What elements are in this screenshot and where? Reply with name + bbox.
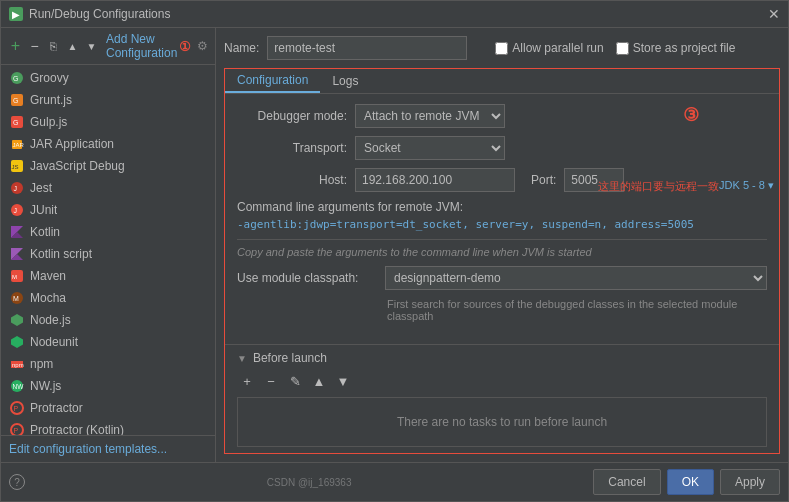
sidebar-item-groovy[interactable]: G Groovy [1,67,215,89]
before-launch-toolbar: + − ✎ ▲ ▼ [237,371,767,391]
sidebar-item-label: JavaScript Debug [30,159,125,173]
svg-text:G: G [13,119,18,126]
divider [237,239,767,240]
help-button[interactable]: ? [9,474,25,490]
sidebar-item-label: Kotlin [30,225,60,239]
cancel-button[interactable]: Cancel [593,469,660,495]
maven-icon: M [9,268,25,284]
sidebar-item-label: npm [30,357,53,371]
allow-parallel-label[interactable]: Allow parallel run [495,41,603,55]
before-launch-add[interactable]: + [237,371,257,391]
svg-text:G: G [13,97,18,104]
gear-icon[interactable]: ⚙ [195,38,209,54]
debugger-mode-select[interactable]: Attach to remote JVM Listen to remote JV… [355,104,505,128]
config-content: ③ 这里的端口要与远程一致 JDK 5 - 8 ▾ Debugger mode:… [225,94,779,344]
add-config-button[interactable]: + [7,36,24,56]
apply-button[interactable]: Apply [720,469,780,495]
cmd-value: -agentlib:jdwp=transport=dt_socket, serv… [237,218,767,231]
sidebar-item-jest[interactable]: J Jest [1,177,215,199]
module-label: Use module classpath: [237,271,377,285]
nodejs-icon [9,312,25,328]
before-launch-area: There are no tasks to run before launch [237,397,767,447]
before-launch-edit[interactable]: ✎ [285,371,305,391]
main-panel: Name: Allow parallel run Store as projec… [216,28,788,462]
junit-icon: J [9,202,25,218]
host-input[interactable] [355,168,515,192]
sidebar-item-label: JUnit [30,203,57,217]
sidebar-item-kotlin[interactable]: Kotlin [1,221,215,243]
allow-parallel-checkbox[interactable] [495,42,508,55]
annotation-3: ③ [683,104,699,126]
move-down-button[interactable]: ▼ [83,36,100,56]
cmd-label: Command line arguments for remote JVM: [237,200,767,214]
chinese-note: 这里的端口要与远程一致 [598,179,719,194]
config-tabs: Configuration Logs [225,69,779,94]
sidebar-item-jar[interactable]: JAR JAR Application [1,133,215,155]
before-launch-down[interactable]: ▼ [333,371,353,391]
sidebar-item-label: Protractor [30,401,83,415]
sidebar-item-protractorkotlin[interactable]: P Protractor (Kotlin) [1,419,215,435]
window-icon: ▶ [9,7,23,21]
before-launch-up[interactable]: ▲ [309,371,329,391]
sidebar-item-label: Nodeunit [30,335,78,349]
store-project-label[interactable]: Store as project file [616,41,736,55]
module-select[interactable]: designpattern-demo [385,266,767,290]
transport-select[interactable]: Socket Shared memory [355,136,505,160]
sidebar-item-nwjs[interactable]: NW NW.js [1,375,215,397]
sidebar-item-label: Gulp.js [30,115,67,129]
svg-text:NW: NW [13,383,25,390]
kotlin-icon [9,224,25,240]
sidebar: + − ⎘ ▲ ▼ Add New Configuration ① ⚙ [1,28,216,462]
jdk-badge[interactable]: JDK 5 - 8 ▾ [719,179,774,192]
svg-text:JAR: JAR [13,142,25,148]
sidebar-item-label: Kotlin script [30,247,92,261]
tab-logs[interactable]: Logs [320,69,370,93]
module-row: Use module classpath: designpattern-demo [237,266,767,290]
kotlinscript-icon [9,246,25,262]
sidebar-item-junit[interactable]: J JUnit [1,199,215,221]
sidebar-item-protractor[interactable]: P Protractor [1,397,215,419]
sidebar-item-label: Maven [30,269,66,283]
sidebar-item-jsdebug[interactable]: JS JavaScript Debug [1,155,215,177]
config-panel: Configuration Logs ③ 这里的端口要与远程一致 JDK 5 -… [224,68,780,454]
sidebar-item-mocha[interactable]: M Mocha [1,287,215,309]
transport-label: Transport: [237,141,347,155]
sidebar-item-kotlinscript[interactable]: Kotlin script [1,243,215,265]
store-project-checkbox[interactable] [616,42,629,55]
sidebar-item-label: Protractor (Kotlin) [30,423,124,435]
before-launch-remove[interactable]: − [261,371,281,391]
sidebar-item-label: Jest [30,181,52,195]
close-button[interactable]: ✕ [768,6,780,22]
sidebar-item-maven[interactable]: M Maven [1,265,215,287]
protractor-icon: P [9,400,25,416]
ok-button[interactable]: OK [667,469,714,495]
sidebar-item-label: NW.js [30,379,61,393]
copy-config-button[interactable]: ⎘ [45,36,62,56]
mocha-icon: M [9,290,25,306]
bottom-left: ? [9,474,25,490]
before-launch-header: ▼ Before launch [237,351,767,365]
watermark: CSDN @ij_169363 [267,477,352,488]
jsdebug-icon: JS [9,158,25,174]
no-tasks-message: There are no tasks to run before launch [397,415,607,429]
sidebar-item-label: Mocha [30,291,66,305]
svg-text:JS: JS [12,164,19,170]
sidebar-item-gruntjs[interactable]: G Grunt.js [1,89,215,111]
sidebar-item-gulpjs[interactable]: G Gulp.js [1,111,215,133]
debugger-mode-label: Debugger mode: [237,109,347,123]
remove-config-button[interactable]: − [26,36,43,56]
name-input[interactable] [267,36,467,60]
gulp-icon: G [9,114,25,130]
sidebar-item-nodeunit[interactable]: Nodeunit [1,331,215,353]
edit-templates-link[interactable]: Edit configuration templates... [9,442,167,456]
sidebar-item-label: Groovy [30,71,69,85]
sidebar-item-nodejs[interactable]: Node.js [1,309,215,331]
sidebar-item-npm[interactable]: npm npm [1,353,215,375]
cmd-section: Command line arguments for remote JVM: -… [237,200,767,231]
tab-configuration[interactable]: Configuration [225,69,320,93]
svg-text:npm: npm [12,362,24,368]
window-title: Run/Debug Configurations [29,7,170,21]
title-bar: ▶ Run/Debug Configurations ✕ [1,1,788,28]
move-up-button[interactable]: ▲ [64,36,81,56]
svg-text:M: M [13,295,19,302]
